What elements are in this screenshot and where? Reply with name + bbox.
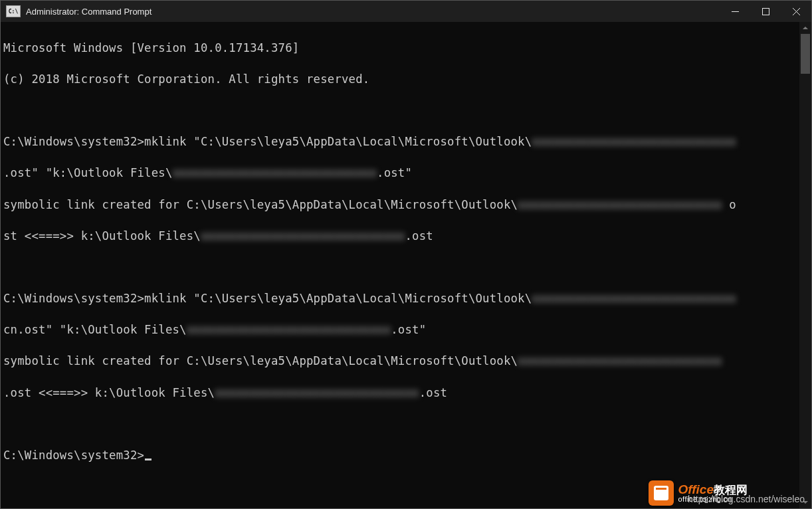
res2-part-a: symbolic link created for C:\Users\leya5… bbox=[3, 354, 518, 367]
res1-part-b: o bbox=[722, 198, 736, 211]
close-icon bbox=[793, 8, 800, 15]
res1-part-c: st <<===>> k:\Outlook Files\ bbox=[3, 229, 201, 243]
scroll-up-button[interactable] bbox=[799, 22, 811, 34]
client-area: Microsoft Windows [Version 10.0.17134.37… bbox=[1, 22, 811, 508]
chevron-up-icon bbox=[803, 25, 808, 31]
maximize-icon bbox=[762, 8, 769, 15]
res2-redacted-1: xxxxxxxxxxxxxxxxxxxxxxxxxxxxx bbox=[518, 354, 722, 369]
res1-redacted-1: xxxxxxxxxxxxxxxxxxxxxxxxxxxxx bbox=[518, 197, 722, 213]
cmd2-part-a: mklink "C:\Users\leya5\AppData\Local\Mic… bbox=[144, 292, 532, 305]
header-line-1: Microsoft Windows [Version 10.0.17134.37… bbox=[3, 41, 299, 54]
maximize-button[interactable] bbox=[750, 1, 781, 22]
cmd1-redacted-1: xxxxxxxxxxxxxxxxxxxxxxxxxxxxx bbox=[532, 134, 736, 150]
cmd1-part-b: .ost" "k:\Outlook Files\ bbox=[3, 166, 173, 179]
res2-redacted-2: xxxxxxxxxxxxxxxxxxxxxxxxxxxxx bbox=[215, 385, 419, 401]
minimize-icon bbox=[732, 8, 739, 15]
cmd2-redacted-2: xxxxxxxxxxxxxxxxxxxxxxxxxxxxx bbox=[187, 322, 391, 338]
footer-url: https://blog.csdn.net/wiseleo bbox=[688, 494, 805, 504]
cmd1-part-a: mklink "C:\Users\leya5\AppData\Local\Mic… bbox=[144, 135, 532, 148]
prompt-1: C:\Windows\system32> bbox=[3, 135, 144, 148]
res2-part-c: .ost <<===>> k:\Outlook Files\ bbox=[3, 386, 215, 399]
app-icon-label: C:\ bbox=[9, 9, 18, 15]
footer-url-text: https://blog.csdn.net/wiseleo bbox=[688, 494, 805, 504]
svg-rect-0 bbox=[762, 8, 769, 15]
app-icon: C:\ bbox=[6, 5, 21, 17]
cmd1-redacted-2: xxxxxxxxxxxxxxxxxxxxxxxxxxxxx bbox=[173, 165, 377, 181]
minimize-button[interactable] bbox=[720, 1, 750, 22]
cmd2-part-c: .ost" bbox=[391, 323, 426, 336]
res1-part-a: symbolic link created for C:\Users\leya5… bbox=[3, 198, 518, 211]
header-line-2: (c) 2018 Microsoft Corporation. All righ… bbox=[3, 72, 369, 86]
terminal-output[interactable]: Microsoft Windows [Version 10.0.17134.37… bbox=[1, 22, 799, 508]
cmd2-part-b: cn.ost" "k:\Outlook Files\ bbox=[3, 323, 187, 336]
window-title: Administrator: Command Prompt bbox=[26, 7, 152, 17]
prompt-2: C:\Windows\system32> bbox=[3, 292, 144, 305]
res1-redacted-2: xxxxxxxxxxxxxxxxxxxxxxxxxxxxx bbox=[201, 229, 405, 245]
res2-part-d: .ost bbox=[419, 386, 447, 399]
scroll-thumb[interactable] bbox=[801, 34, 810, 74]
close-button[interactable] bbox=[781, 1, 811, 22]
watermark-badge bbox=[649, 480, 674, 506]
vertical-scrollbar[interactable] bbox=[799, 22, 811, 508]
titlebar[interactable]: C:\ Administrator: Command Prompt bbox=[1, 1, 811, 22]
cmd2-redacted-1: xxxxxxxxxxxxxxxxxxxxxxxxxxxxx bbox=[532, 291, 736, 307]
cmd-window: C:\ Administrator: Command Prompt Micros… bbox=[0, 0, 812, 509]
res1-part-d: .ost bbox=[405, 229, 433, 243]
cmd1-part-c: .ost" bbox=[377, 166, 412, 179]
prompt-3: C:\Windows\system32> bbox=[3, 449, 144, 462]
cursor bbox=[145, 458, 152, 460]
